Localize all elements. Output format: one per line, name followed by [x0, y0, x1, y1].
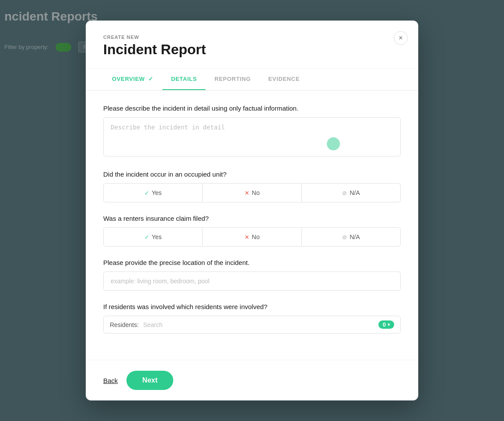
occupied-unit-label: Did the incident occur in an occupied un… [103, 170, 401, 178]
tab-reporting[interactable]: REPORTING [206, 69, 259, 90]
close-button[interactable]: × [394, 31, 408, 45]
location-label: Please provide the precise location of t… [103, 259, 401, 266]
renters-insurance-label: Was a renters insurance claim filed? [103, 215, 401, 222]
location-input[interactable] [103, 271, 401, 291]
na-icon: ⊘ [342, 190, 347, 196]
description-textarea[interactable] [103, 117, 401, 157]
back-button[interactable]: Back [103, 377, 118, 384]
occupied-unit-options: ✓ Yes ✕ No ⊘ N/A [103, 183, 401, 202]
occupied-na-button[interactable]: ⊘ N/A [302, 183, 401, 202]
modal-body: Please describe the incident in detail u… [86, 90, 418, 360]
renters-insurance-field-group: Was a renters insurance claim filed? ✓ Y… [103, 215, 401, 247]
residents-search-input[interactable] [143, 321, 374, 328]
x-icon: ✕ [245, 190, 249, 196]
description-label: Please describe the incident in detail u… [103, 104, 401, 112]
occupied-unit-field-group: Did the incident occur in an occupied un… [103, 170, 401, 202]
renters-yes-button[interactable]: ✓ Yes [103, 227, 203, 247]
residents-field-group: If residents was involved which resident… [103, 303, 401, 334]
description-field-group: Please describe the incident in detail u… [103, 104, 401, 158]
tab-overview[interactable]: OVERVIEW ✓ [103, 69, 162, 90]
renters-no-button[interactable]: ✕ No [203, 227, 301, 247]
tab-evidence[interactable]: EVIDENCE [259, 69, 308, 90]
occupied-yes-button[interactable]: ✓ Yes [103, 183, 203, 202]
occupied-no-button[interactable]: ✕ No [203, 183, 301, 202]
check-icon: ✓ [144, 190, 149, 196]
modal-title: Incident Report [103, 42, 401, 58]
modal-footer: Back Next [86, 360, 418, 400]
overview-check-icon: ✓ [148, 76, 154, 82]
modal: CREATE NEW Incident Report × OVERVIEW ✓ … [86, 21, 418, 400]
next-button[interactable]: Next [126, 371, 173, 390]
na-icon-2: ⊘ [342, 234, 347, 240]
x-icon-2: ✕ [245, 234, 249, 240]
modal-header: CREATE NEW Incident Report × [86, 21, 418, 69]
tab-details[interactable]: DETAILS [162, 69, 206, 90]
check-icon-2: ✓ [144, 234, 149, 240]
residents-search-container: Residents: 0 ▾ [103, 316, 401, 334]
residents-count-badge[interactable]: 0 ▾ [378, 320, 394, 329]
residents-field-label: Residents: [110, 321, 139, 328]
tabs-nav: OVERVIEW ✓ DETAILS REPORTING EVIDENCE [86, 69, 418, 90]
renters-na-button[interactable]: ⊘ N/A [302, 227, 401, 247]
chevron-down-icon: ▾ [388, 322, 390, 327]
create-new-label: CREATE NEW [103, 35, 401, 40]
modal-overlay: CREATE NEW Incident Report × OVERVIEW ✓ … [0, 0, 504, 421]
location-field-group: Please provide the precise location of t… [103, 259, 401, 291]
residents-label: If residents was involved which resident… [103, 303, 401, 310]
renters-insurance-options: ✓ Yes ✕ No ⊘ N/A [103, 227, 401, 247]
